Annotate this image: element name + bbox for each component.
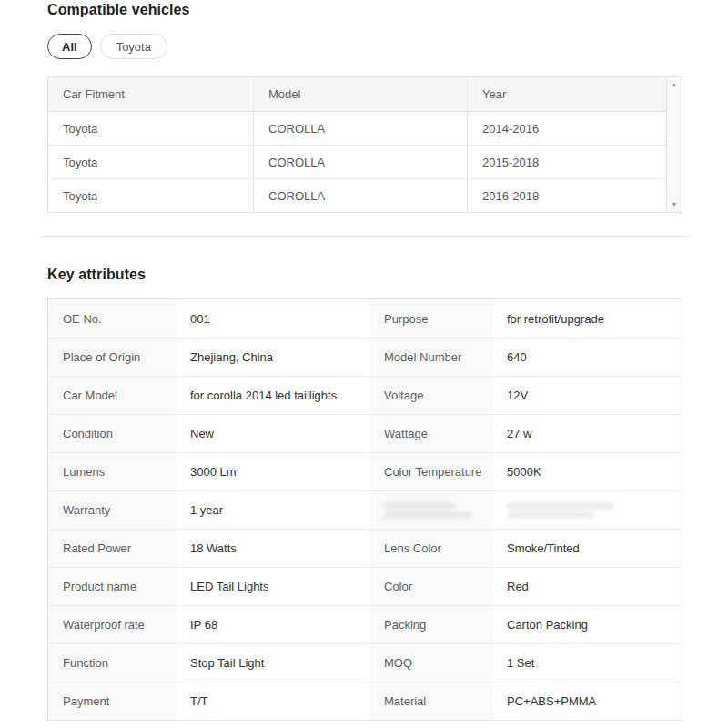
cell-year: 2016-2018 (467, 179, 666, 212)
vehicles-table-header-row: Car Fitment Model Year (48, 77, 666, 111)
attr-label: Condition (48, 415, 176, 452)
attr-label: Lens Color (369, 530, 492, 567)
attr-value: Carton Packing (492, 606, 682, 643)
attr-value: 1 year (176, 491, 369, 529)
table-row: Toyota COROLLA 2016-2018 (48, 178, 666, 212)
attr-label: Voltage (369, 377, 492, 414)
attr-value: Stop Tail Light (176, 644, 369, 682)
attr-label: Car Model (48, 377, 176, 414)
blurred-text-placeholder (507, 503, 614, 509)
attr-value: T/T (176, 682, 369, 720)
scroll-up-icon[interactable]: ▲ (672, 81, 678, 88)
attr-label: MOQ (369, 644, 492, 682)
attr-value: 27 w (492, 415, 682, 452)
attr-label: Payment (48, 682, 176, 720)
table-row: Toyota COROLLA 2015-2018 (48, 145, 666, 178)
attr-label-blurred (369, 491, 492, 529)
attribute-row: Waterproof rate IP 68 Packing Carton Pac… (48, 605, 682, 643)
compatible-vehicles-title: Compatible vehicles (47, 2, 682, 18)
attr-value: 3000 Lm (176, 453, 369, 490)
attr-label: Rated Power (48, 530, 176, 567)
filter-pill-toyota[interactable]: Toyota (100, 34, 167, 59)
attribute-row: Payment T/T Material PC+ABS+PMMA (48, 682, 682, 720)
attr-label: Warranty (48, 491, 176, 529)
column-header-year: Year (467, 77, 666, 111)
attr-label: Color Temperature (369, 453, 492, 490)
filter-pill-all[interactable]: All (47, 34, 92, 59)
attr-value: Zhejiang, China (176, 339, 369, 376)
attr-label: Color (369, 568, 492, 605)
attr-value: 1 Set (492, 644, 682, 682)
attr-label: Packing (369, 606, 492, 643)
attr-value: for corolla 2014 led taillights (176, 377, 369, 414)
cell-car-fitment: Toyota (48, 179, 253, 212)
cell-model: COROLLA (253, 179, 467, 212)
attr-value: LED Tail Lights (176, 568, 369, 605)
attr-label: OE No. (48, 299, 176, 338)
cell-model: COROLLA (253, 146, 467, 178)
attribute-row: Car Model for corolla 2014 led taillight… (48, 376, 682, 414)
attr-value: New (176, 415, 369, 452)
attr-label: Function (48, 644, 176, 682)
attribute-row-warranty: Warranty 1 year (48, 490, 682, 529)
column-header-car-fitment: Car Fitment (48, 77, 253, 111)
attribute-row: Product name LED Tail Lights Color Red (48, 567, 682, 605)
section-divider (41, 236, 688, 237)
blurred-text-placeholder (507, 512, 594, 518)
scroll-down-icon[interactable]: ▼ (672, 201, 678, 208)
cell-model: COROLLA (253, 112, 467, 145)
key-attributes-table: OE No. 001 Purpose for retrofit/upgrade … (47, 298, 682, 721)
attr-value: PC+ABS+PMMA (492, 682, 682, 720)
vehicle-filter-pills: All Toyota (47, 34, 682, 59)
cell-year: 2014-2016 (467, 112, 666, 145)
compatible-vehicles-table: Car Fitment Model Year Toyota COROLLA 20… (47, 76, 682, 213)
cell-car-fitment: Toyota (48, 112, 253, 145)
key-attributes-title: Key attributes (47, 267, 682, 283)
attr-value: 5000K (492, 453, 682, 490)
cell-year: 2015-2018 (467, 146, 666, 178)
table-scrollbar[interactable]: ▲ ▼ (666, 77, 682, 212)
attr-value: 640 (492, 339, 682, 376)
attr-value: 001 (176, 299, 369, 338)
attribute-row: Function Stop Tail Light MOQ 1 Set (48, 643, 682, 682)
attr-value: IP 68 (176, 606, 369, 643)
blurred-text-placeholder (384, 503, 455, 509)
attr-label: Waterproof rate (48, 606, 176, 643)
attr-value: for retrofit/upgrade (492, 299, 682, 338)
attr-label: Purpose (369, 299, 492, 338)
attr-value: Smoke/Tinted (492, 530, 682, 567)
attribute-row: Place of Origin Zhejiang, China Model Nu… (48, 338, 682, 376)
attribute-row: OE No. 001 Purpose for retrofit/upgrade (48, 299, 682, 338)
attr-label: Model Number (369, 339, 492, 376)
attribute-row: Rated Power 18 Watts Lens Color Smoke/Ti… (48, 529, 682, 567)
blurred-text-placeholder (384, 512, 471, 518)
attribute-row: Condition New Wattage 27 w (48, 414, 682, 452)
attr-label: Lumens (48, 453, 176, 490)
vehicles-table-grid: Car Fitment Model Year Toyota COROLLA 20… (48, 77, 666, 212)
attr-label: Wattage (369, 415, 492, 452)
attr-value: Red (492, 568, 682, 605)
attr-label: Place of Origin (48, 339, 176, 376)
attr-label: Material (369, 682, 492, 720)
attr-label: Product name (48, 568, 176, 605)
attr-value-blurred (492, 491, 682, 529)
attr-value: 12V (492, 377, 682, 414)
attr-value: 18 Watts (176, 530, 369, 567)
table-row: Toyota COROLLA 2014-2016 (48, 111, 666, 145)
column-header-model: Model (253, 77, 467, 111)
attribute-row: Lumens 3000 Lm Color Temperature 5000K (48, 452, 682, 490)
cell-car-fitment: Toyota (48, 146, 253, 178)
